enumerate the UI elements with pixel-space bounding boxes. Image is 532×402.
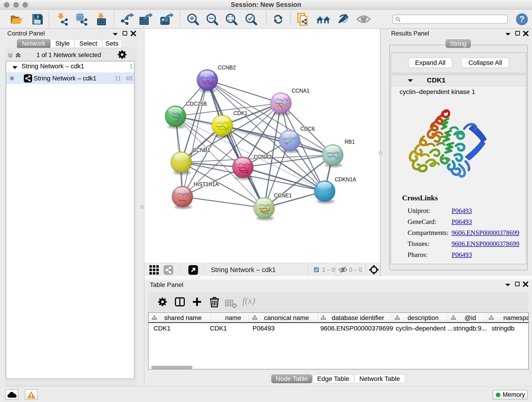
svg-text:CCNA2: CCNA2 <box>254 154 272 160</box>
svg-text:CCNB1: CCNB1 <box>192 147 210 153</box>
svg-text:CCNA1: CCNA1 <box>292 88 310 94</box>
svg-text:HIST1H1A: HIST1H1A <box>194 181 219 187</box>
svg-text:CCNB2: CCNB2 <box>218 65 236 70</box>
svg-text:?: ? <box>519 14 525 24</box>
svg-text:CDK1: CDK1 <box>234 110 247 116</box>
svg-text:CDC6: CDC6 <box>300 126 315 132</box>
svg-text:RB1: RB1 <box>345 139 355 145</box>
svg-text:CDKN1A: CDKN1A <box>335 177 356 182</box>
svg-text:CCNE1: CCNE1 <box>274 192 292 198</box>
svg-text:CDC25B: CDC25B <box>186 101 207 107</box>
